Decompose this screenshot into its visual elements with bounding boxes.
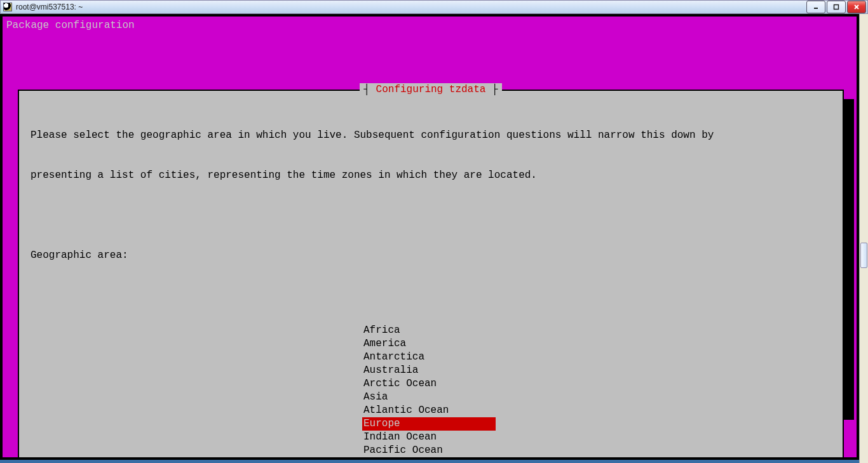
dialog-title-text: Configuring tzdata xyxy=(376,84,486,95)
area-option[interactable]: Europe xyxy=(362,417,496,431)
window-buttons xyxy=(806,1,867,13)
area-option[interactable]: Antarctica xyxy=(362,351,496,364)
window-title: root@vmi537513: ~ xyxy=(16,3,83,11)
svg-rect-1 xyxy=(834,5,839,10)
area-option[interactable]: Asia xyxy=(362,391,496,404)
area-option[interactable]: System V timezones xyxy=(362,457,496,460)
area-option[interactable]: Africa xyxy=(362,324,496,337)
dialog-instruction-line1: Please select the geographic area in whi… xyxy=(31,117,831,142)
close-button[interactable] xyxy=(847,1,866,13)
maximize-button[interactable] xyxy=(827,1,846,13)
dialog-prompt: Geographic area: xyxy=(31,249,831,262)
area-option[interactable]: Australia xyxy=(362,364,496,377)
window-vertical-scrollbar[interactable] xyxy=(859,14,868,463)
area-option[interactable]: Atlantic Ocean xyxy=(362,404,496,417)
window-titlebar[interactable]: root@vmi537513: ~ xyxy=(0,0,868,14)
minimize-button[interactable] xyxy=(806,1,825,13)
area-option[interactable]: America xyxy=(362,337,496,351)
putty-icon xyxy=(3,3,12,11)
terminal-viewport: Package configuration ┤ Configuring tzda… xyxy=(0,14,859,460)
package-config-header: Package configuration xyxy=(3,17,857,32)
dialog-instruction-line2: presenting a list of cities, representin… xyxy=(31,169,831,182)
geographic-area-list[interactable]: AfricaAmericaAntarcticaAustraliaArctic O… xyxy=(362,324,831,460)
area-option[interactable]: Indian Ocean xyxy=(362,431,496,444)
area-option[interactable]: Arctic Ocean xyxy=(362,377,496,391)
dialog-title: ┤ Configuring tzdata ├ xyxy=(360,83,501,97)
tzdata-dialog: ┤ Configuring tzdata ├ Please select the… xyxy=(18,90,844,460)
area-option[interactable]: Pacific Ocean xyxy=(362,444,496,457)
scrollbar-thumb[interactable] xyxy=(860,243,867,268)
